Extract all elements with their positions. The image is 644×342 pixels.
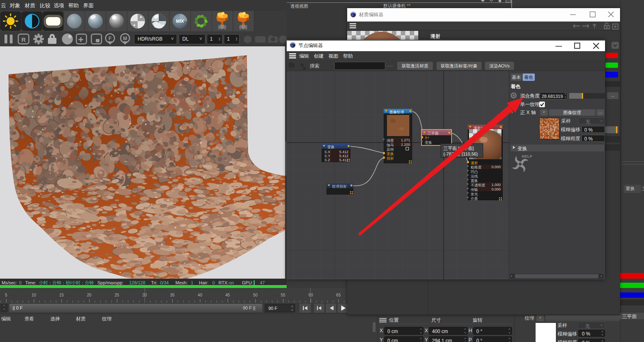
svg-text:65: 65 xyxy=(336,293,341,297)
svg-text:5: 5 xyxy=(5,293,7,297)
svg-text:55: 55 xyxy=(281,293,285,297)
svg-text:MIX: MIX xyxy=(176,19,184,24)
svg-text:50: 50 xyxy=(253,293,258,297)
svg-text:60: 60 xyxy=(309,293,313,297)
svg-text:M: M xyxy=(123,36,127,41)
svg-text:25: 25 xyxy=(115,293,119,297)
svg-text:40: 40 xyxy=(198,293,203,297)
svg-text:10: 10 xyxy=(32,293,37,297)
svg-text:R: R xyxy=(22,36,26,43)
svg-text:35: 35 xyxy=(170,293,175,297)
svg-text:20: 20 xyxy=(87,293,92,297)
svg-text:F: F xyxy=(108,36,111,41)
svg-text:15: 15 xyxy=(59,293,64,297)
svg-text:45: 45 xyxy=(225,293,230,297)
svg-text:HELP: HELP xyxy=(522,154,532,158)
